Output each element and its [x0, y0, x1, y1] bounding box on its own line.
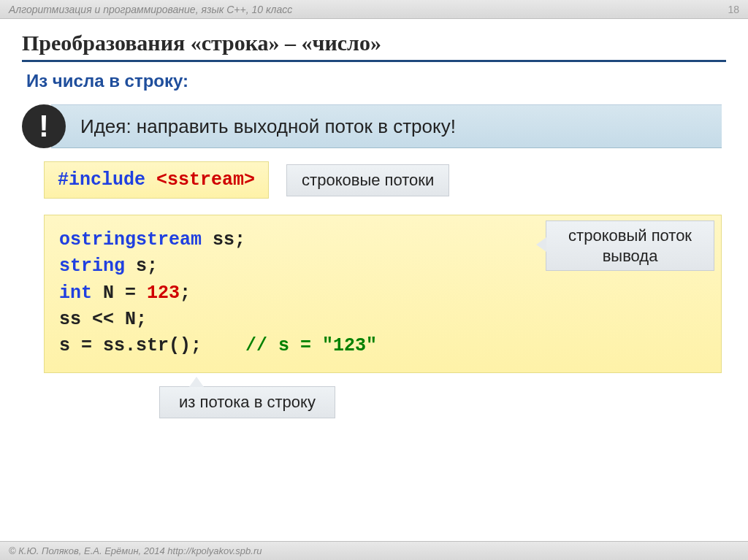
code-line-4: ss << N; — [59, 307, 706, 333]
footer-bar: © К.Ю. Поляков, Е.А. Ерёмин, 2014 http:/… — [0, 541, 748, 560]
callout-string-streams: строковые потоки — [286, 164, 449, 196]
code-block-wrap: ostringstream ss; string s; int N = 123;… — [44, 215, 722, 418]
header-bar: Алгоритмизация и программирование, язык … — [0, 0, 748, 19]
include-directive: #include — [58, 169, 145, 191]
callout-stream-to-string: из потока в строку — [159, 386, 335, 418]
exclamation-icon: ! — [22, 104, 66, 148]
course-title: Алгоритмизация и программирование, язык … — [9, 4, 292, 15]
include-row: #include <sstream> строковые потоки — [44, 161, 722, 199]
include-header: <sstream> — [156, 169, 255, 191]
callout-output-stream: строковый поток вывода — [546, 220, 714, 271]
copyright: © К.Ю. Поляков, Е.А. Ерёмин, 2014 http:/… — [9, 545, 262, 556]
code-line-3: int N = 123; — [59, 280, 706, 307]
page-number: 18 — [728, 4, 739, 15]
title-row: Преобразования «строка» – «число» — [0, 19, 748, 65]
code-line-5: s = ss.str(); // s = "123" — [59, 333, 706, 359]
include-code: #include <sstream> — [44, 161, 269, 199]
idea-row: ! Идея: направить выходной поток в строк… — [22, 104, 722, 148]
idea-text: Идея: направить выходной поток в строку! — [51, 104, 722, 148]
slide-subtitle: Из числа в строку: — [0, 65, 748, 100]
slide-title: Преобразования «строка» – «число» — [22, 31, 726, 62]
